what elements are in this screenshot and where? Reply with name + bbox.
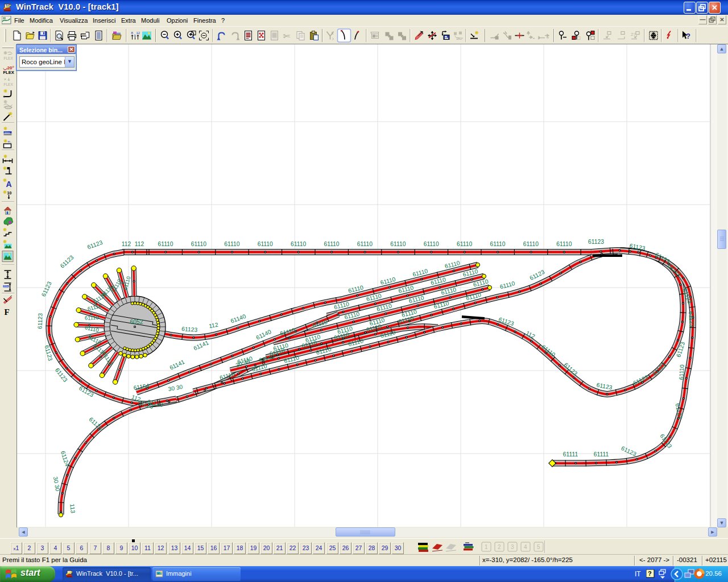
svg-text:112: 112: [122, 241, 131, 247]
svg-text:61110: 61110: [158, 241, 173, 247]
svg-text:61123: 61123: [37, 313, 44, 329]
svg-text:6052: 6052: [130, 319, 143, 325]
svg-text:400m: 400m: [3, 285, 9, 288]
svg-text:61123: 61123: [621, 445, 638, 458]
svg-text:61110: 61110: [324, 241, 339, 247]
svg-text:61110: 61110: [390, 241, 406, 247]
svg-text:1: 1: [485, 544, 488, 550]
svg-text:61123: 61123: [181, 326, 198, 333]
svg-text:61123: 61123: [651, 361, 667, 377]
svg-text:61110: 61110: [523, 241, 539, 247]
svg-text:61110: 61110: [86, 302, 102, 313]
svg-text:61110: 61110: [457, 241, 472, 247]
svg-text:61110: 61110: [224, 241, 239, 247]
svg-text:10: 10: [7, 191, 12, 195]
svg-text:61123: 61123: [588, 239, 604, 245]
svg-text:61123: 61123: [688, 311, 695, 327]
svg-text:400m: 400m: [5, 131, 11, 134]
svg-text:113: 113: [69, 504, 76, 514]
svg-text:m..: m..: [8, 140, 12, 143]
svg-text:61111: 61111: [594, 451, 609, 458]
svg-text:2: 2: [498, 544, 501, 550]
svg-text:FLEX: FLEX: [4, 82, 14, 86]
svg-text:A: A: [6, 180, 12, 189]
svg-text:61110: 61110: [85, 314, 99, 321]
svg-text:61110: 61110: [291, 241, 306, 247]
svg-text:FLEX: FLEX: [4, 56, 14, 60]
svg-text:3: 3: [511, 544, 514, 550]
svg-text:61110: 61110: [424, 241, 439, 247]
svg-text:61110: 61110: [357, 241, 373, 247]
svg-text:FLEX: FLEX: [3, 70, 14, 75]
svg-text:30 30: 30 30: [168, 384, 184, 392]
svg-text:2?: 2?: [631, 32, 636, 37]
svg-text:61141: 61141: [169, 359, 186, 371]
svg-text:61123: 61123: [86, 239, 104, 251]
svg-text:?: ?: [686, 32, 690, 40]
svg-text:61111: 61111: [563, 451, 578, 458]
svg-text:61110: 61110: [490, 241, 505, 247]
svg-text:112: 112: [135, 241, 144, 247]
svg-text:F: F: [5, 307, 10, 317]
svg-text:61123: 61123: [40, 280, 53, 297]
svg-text:4: 4: [524, 544, 527, 550]
svg-text:8: 8: [131, 31, 134, 35]
svg-text:61110: 61110: [499, 280, 516, 290]
svg-text:?: ?: [648, 570, 652, 577]
svg-text:61110: 61110: [191, 241, 206, 247]
svg-text:61110: 61110: [678, 364, 685, 380]
svg-text:180°: 180°: [456, 37, 464, 40]
svg-text:61124: 61124: [60, 450, 71, 467]
svg-text:30 30: 30 30: [52, 476, 61, 492]
svg-text:5: 5: [537, 544, 540, 550]
svg-text:12: 12: [136, 31, 140, 35]
svg-text:112: 112: [208, 322, 218, 330]
svg-text:61123: 61123: [59, 254, 75, 269]
svg-text:61141: 61141: [193, 339, 210, 351]
svg-text:61110: 61110: [258, 241, 273, 247]
svg-text:✄: ✄: [283, 31, 291, 41]
svg-text:61110: 61110: [556, 241, 572, 247]
